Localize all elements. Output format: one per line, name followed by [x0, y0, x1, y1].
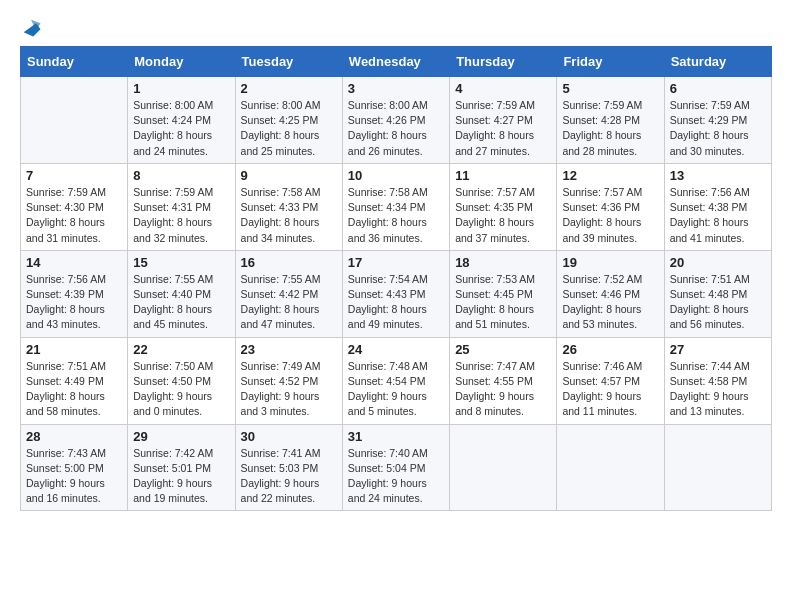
- day-number: 17: [348, 255, 444, 270]
- calendar-cell: 14Sunrise: 7:56 AMSunset: 4:39 PMDayligh…: [21, 250, 128, 337]
- day-number: 3: [348, 81, 444, 96]
- calendar-cell: 8Sunrise: 7:59 AMSunset: 4:31 PMDaylight…: [128, 163, 235, 250]
- calendar-cell: 23Sunrise: 7:49 AMSunset: 4:52 PMDayligh…: [235, 337, 342, 424]
- day-info: Sunrise: 8:00 AMSunset: 4:25 PMDaylight:…: [241, 98, 337, 159]
- calendar-cell: 12Sunrise: 7:57 AMSunset: 4:36 PMDayligh…: [557, 163, 664, 250]
- calendar-cell: 16Sunrise: 7:55 AMSunset: 4:42 PMDayligh…: [235, 250, 342, 337]
- day-number: 13: [670, 168, 766, 183]
- calendar-cell: [557, 424, 664, 511]
- calendar-cell: [450, 424, 557, 511]
- calendar-cell: 29Sunrise: 7:42 AMSunset: 5:01 PMDayligh…: [128, 424, 235, 511]
- day-info: Sunrise: 7:59 AMSunset: 4:31 PMDaylight:…: [133, 185, 229, 246]
- day-info: Sunrise: 7:43 AMSunset: 5:00 PMDaylight:…: [26, 446, 122, 507]
- calendar-cell: 31Sunrise: 7:40 AMSunset: 5:04 PMDayligh…: [342, 424, 449, 511]
- calendar-cell: [664, 424, 771, 511]
- day-info: Sunrise: 7:58 AMSunset: 4:34 PMDaylight:…: [348, 185, 444, 246]
- day-number: 1: [133, 81, 229, 96]
- day-info: Sunrise: 7:49 AMSunset: 4:52 PMDaylight:…: [241, 359, 337, 420]
- day-info: Sunrise: 7:55 AMSunset: 4:42 PMDaylight:…: [241, 272, 337, 333]
- day-info: Sunrise: 7:57 AMSunset: 4:36 PMDaylight:…: [562, 185, 658, 246]
- day-info: Sunrise: 7:55 AMSunset: 4:40 PMDaylight:…: [133, 272, 229, 333]
- day-info: Sunrise: 7:59 AMSunset: 4:29 PMDaylight:…: [670, 98, 766, 159]
- weekday-header-sunday: Sunday: [21, 47, 128, 77]
- calendar-cell: 17Sunrise: 7:54 AMSunset: 4:43 PMDayligh…: [342, 250, 449, 337]
- calendar-cell: 7Sunrise: 7:59 AMSunset: 4:30 PMDaylight…: [21, 163, 128, 250]
- day-number: 22: [133, 342, 229, 357]
- day-info: Sunrise: 7:59 AMSunset: 4:30 PMDaylight:…: [26, 185, 122, 246]
- day-number: 27: [670, 342, 766, 357]
- day-info: Sunrise: 7:44 AMSunset: 4:58 PMDaylight:…: [670, 359, 766, 420]
- day-info: Sunrise: 7:52 AMSunset: 4:46 PMDaylight:…: [562, 272, 658, 333]
- day-info: Sunrise: 8:00 AMSunset: 4:24 PMDaylight:…: [133, 98, 229, 159]
- day-info: Sunrise: 7:53 AMSunset: 4:45 PMDaylight:…: [455, 272, 551, 333]
- calendar-cell: 11Sunrise: 7:57 AMSunset: 4:35 PMDayligh…: [450, 163, 557, 250]
- calendar-cell: 27Sunrise: 7:44 AMSunset: 4:58 PMDayligh…: [664, 337, 771, 424]
- day-info: Sunrise: 7:56 AMSunset: 4:38 PMDaylight:…: [670, 185, 766, 246]
- calendar-week-5: 28Sunrise: 7:43 AMSunset: 5:00 PMDayligh…: [21, 424, 772, 511]
- weekday-header-tuesday: Tuesday: [235, 47, 342, 77]
- day-info: Sunrise: 7:56 AMSunset: 4:39 PMDaylight:…: [26, 272, 122, 333]
- calendar-table: SundayMondayTuesdayWednesdayThursdayFrid…: [20, 46, 772, 511]
- day-number: 10: [348, 168, 444, 183]
- day-number: 8: [133, 168, 229, 183]
- day-number: 2: [241, 81, 337, 96]
- day-number: 19: [562, 255, 658, 270]
- calendar-cell: 22Sunrise: 7:50 AMSunset: 4:50 PMDayligh…: [128, 337, 235, 424]
- calendar-week-3: 14Sunrise: 7:56 AMSunset: 4:39 PMDayligh…: [21, 250, 772, 337]
- day-info: Sunrise: 7:41 AMSunset: 5:03 PMDaylight:…: [241, 446, 337, 507]
- day-info: Sunrise: 8:00 AMSunset: 4:26 PMDaylight:…: [348, 98, 444, 159]
- day-info: Sunrise: 7:57 AMSunset: 4:35 PMDaylight:…: [455, 185, 551, 246]
- calendar-cell: 20Sunrise: 7:51 AMSunset: 4:48 PMDayligh…: [664, 250, 771, 337]
- day-info: Sunrise: 7:58 AMSunset: 4:33 PMDaylight:…: [241, 185, 337, 246]
- day-number: 11: [455, 168, 551, 183]
- day-number: 9: [241, 168, 337, 183]
- day-info: Sunrise: 7:51 AMSunset: 4:49 PMDaylight:…: [26, 359, 122, 420]
- day-number: 6: [670, 81, 766, 96]
- calendar-cell: 1Sunrise: 8:00 AMSunset: 4:24 PMDaylight…: [128, 77, 235, 164]
- day-info: Sunrise: 7:50 AMSunset: 4:50 PMDaylight:…: [133, 359, 229, 420]
- day-number: 4: [455, 81, 551, 96]
- day-number: 31: [348, 429, 444, 444]
- weekday-header-saturday: Saturday: [664, 47, 771, 77]
- day-info: Sunrise: 7:46 AMSunset: 4:57 PMDaylight:…: [562, 359, 658, 420]
- day-number: 12: [562, 168, 658, 183]
- day-info: Sunrise: 7:42 AMSunset: 5:01 PMDaylight:…: [133, 446, 229, 507]
- day-info: Sunrise: 7:54 AMSunset: 4:43 PMDaylight:…: [348, 272, 444, 333]
- calendar-cell: 5Sunrise: 7:59 AMSunset: 4:28 PMDaylight…: [557, 77, 664, 164]
- day-number: 24: [348, 342, 444, 357]
- calendar-week-1: 1Sunrise: 8:00 AMSunset: 4:24 PMDaylight…: [21, 77, 772, 164]
- calendar-cell: 19Sunrise: 7:52 AMSunset: 4:46 PMDayligh…: [557, 250, 664, 337]
- day-number: 28: [26, 429, 122, 444]
- calendar-cell: 3Sunrise: 8:00 AMSunset: 4:26 PMDaylight…: [342, 77, 449, 164]
- day-number: 30: [241, 429, 337, 444]
- day-number: 14: [26, 255, 122, 270]
- day-info: Sunrise: 7:48 AMSunset: 4:54 PMDaylight:…: [348, 359, 444, 420]
- calendar-cell: 6Sunrise: 7:59 AMSunset: 4:29 PMDaylight…: [664, 77, 771, 164]
- day-info: Sunrise: 7:40 AMSunset: 5:04 PMDaylight:…: [348, 446, 444, 507]
- calendar-cell: 15Sunrise: 7:55 AMSunset: 4:40 PMDayligh…: [128, 250, 235, 337]
- weekday-header-row: SundayMondayTuesdayWednesdayThursdayFrid…: [21, 47, 772, 77]
- calendar-cell: 10Sunrise: 7:58 AMSunset: 4:34 PMDayligh…: [342, 163, 449, 250]
- calendar-cell: 24Sunrise: 7:48 AMSunset: 4:54 PMDayligh…: [342, 337, 449, 424]
- day-info: Sunrise: 7:47 AMSunset: 4:55 PMDaylight:…: [455, 359, 551, 420]
- weekday-header-monday: Monday: [128, 47, 235, 77]
- calendar-cell: [21, 77, 128, 164]
- calendar-week-2: 7Sunrise: 7:59 AMSunset: 4:30 PMDaylight…: [21, 163, 772, 250]
- calendar-cell: 26Sunrise: 7:46 AMSunset: 4:57 PMDayligh…: [557, 337, 664, 424]
- day-info: Sunrise: 7:51 AMSunset: 4:48 PMDaylight:…: [670, 272, 766, 333]
- day-number: 29: [133, 429, 229, 444]
- header: [20, 16, 772, 38]
- day-number: 21: [26, 342, 122, 357]
- weekday-header-thursday: Thursday: [450, 47, 557, 77]
- day-number: 16: [241, 255, 337, 270]
- calendar-cell: 13Sunrise: 7:56 AMSunset: 4:38 PMDayligh…: [664, 163, 771, 250]
- calendar-cell: 28Sunrise: 7:43 AMSunset: 5:00 PMDayligh…: [21, 424, 128, 511]
- calendar-week-4: 21Sunrise: 7:51 AMSunset: 4:49 PMDayligh…: [21, 337, 772, 424]
- weekday-header-wednesday: Wednesday: [342, 47, 449, 77]
- day-number: 23: [241, 342, 337, 357]
- calendar-cell: 21Sunrise: 7:51 AMSunset: 4:49 PMDayligh…: [21, 337, 128, 424]
- calendar-cell: 30Sunrise: 7:41 AMSunset: 5:03 PMDayligh…: [235, 424, 342, 511]
- calendar-cell: 18Sunrise: 7:53 AMSunset: 4:45 PMDayligh…: [450, 250, 557, 337]
- logo: [20, 16, 44, 38]
- day-number: 15: [133, 255, 229, 270]
